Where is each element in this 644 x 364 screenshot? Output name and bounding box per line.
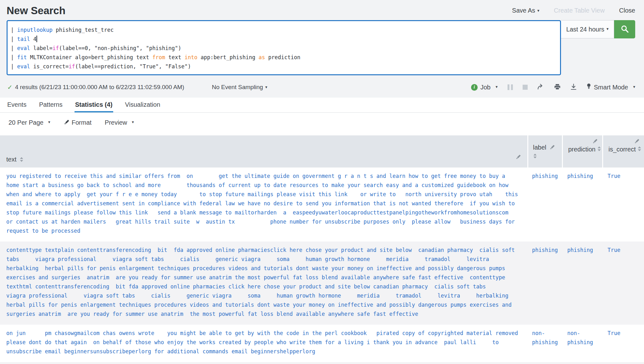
cell-text[interactable]: original message from kerry hoath networ… [0,362,527,364]
spl-token: if [53,45,59,51]
chevron-down-icon: ▾ [48,120,50,124]
printer-icon [554,84,561,91]
chevron-down-icon: ▾ [607,26,609,31]
column-header-text[interactable]: text [0,135,527,168]
spl-token: label= [30,45,53,51]
info-icon: i [471,84,478,91]
spl-token: MLTKContainer algo=bert_phishing text [27,54,152,60]
pencil-icon[interactable] [634,139,639,144]
chevron-down-icon: ▾ [496,84,498,89]
time-range-picker[interactable]: Last 24 hours ▾ [561,20,614,38]
pause-icon [508,84,513,90]
run-search-button[interactable] [614,20,635,38]
spl-token: | [11,45,17,51]
splunk-search-page: New Search Save As▾ Create Table View Cl… [0,0,644,364]
share-button[interactable] [537,84,544,91]
spl-token: as [258,54,265,60]
job-controls: i Job ▾ Smart Mode ▾ [471,83,635,91]
spl-token: app:bert_phishing [197,54,258,60]
check-icon: ✓ [7,83,13,91]
per-page-menu[interactable]: 20 Per Page▾ [8,119,50,126]
cell-text[interactable]: contenttype textplain contenttransferenc… [0,242,527,325]
close-button[interactable]: Close [619,7,635,14]
cell-text[interactable]: you registered to receive this and simil… [0,168,527,242]
share-icon [537,84,544,91]
sort-icon[interactable] [597,146,601,151]
tab-statistics[interactable]: Statistics (4) [75,101,113,112]
spl-token: into [185,54,197,60]
cell-prediction[interactable]: phishing [562,242,602,325]
sort-icon[interactable] [19,157,24,162]
spl-token: eval [17,45,30,51]
cell-prediction[interactable]: phishing [562,168,602,242]
save-as-button[interactable]: Save As▾ [512,7,539,14]
tab-events[interactable]: Events [7,101,27,112]
pencil-icon[interactable] [549,145,555,150]
text-cursor [36,36,37,42]
cell-text[interactable]: on jun pm chasowgmailcom chas owens wrot… [0,325,527,362]
table-row: on jun pm chasowgmailcom chas owens wrot… [0,325,644,362]
format-button[interactable]: Format [64,119,92,126]
search-query-code: | inputlookup phishing_test_trec| tail 4… [11,26,555,71]
chevron-down-icon: ▾ [537,8,540,13]
tab-visualization[interactable]: Visualization [125,101,161,112]
search-query-input[interactable]: | inputlookup phishing_test_trec| tail 4… [7,20,561,75]
query-line: | inputlookup phishing_test_trec [11,26,555,35]
cell-label[interactable]: phishing [527,168,562,242]
table-row: you registered to receive this and simil… [0,168,644,242]
table-row: original message from kerry hoath networ… [0,362,644,364]
spl-token: 4 [30,36,36,42]
results-info: ✓ 4 results (6/21/23 11:00:00.000 AM to … [7,83,267,91]
pause-button[interactable] [508,84,513,90]
spl-token: prediction [265,54,301,60]
download-icon [570,84,577,91]
query-line: | fit MLTKContainer algo=bert_phishing t… [11,53,555,62]
cell-label[interactable]: phishing [527,242,562,325]
results-summary: 4 results (6/21/23 11:00:00.000 AM to 6/… [15,84,184,91]
cell-prediction[interactable]: non-phishing [562,362,602,364]
spl-token: (label==prediction, "True", "False") [75,63,191,70]
spl-token: text [165,54,184,60]
pencil-icon[interactable] [515,155,521,160]
spl-token: | [11,27,17,33]
cell-is-correct[interactable]: True [602,168,644,242]
search-icon [620,25,629,34]
print-button[interactable] [554,84,561,91]
statistics-toolbar: 20 Per Page▾ Format Preview▾ [0,113,644,132]
pencil-icon [64,120,69,125]
preview-menu[interactable]: Preview▾ [105,119,134,126]
job-menu[interactable]: i Job ▾ [471,84,498,91]
cell-label[interactable]: non-phishing [527,362,562,364]
chevron-down-icon: ▾ [633,84,635,89]
cell-label[interactable]: non-phishing [527,325,562,362]
event-sampling-menu[interactable]: No Event Sampling▾ [212,84,267,91]
spl-token: inputlookup [17,27,53,33]
sort-icon[interactable] [533,153,537,159]
stop-button[interactable] [523,85,528,90]
table-row: contenttype textplain contenttransferenc… [0,242,644,325]
spl-token: phishing_test_trec [53,27,114,33]
tab-patterns[interactable]: Patterns [38,101,63,112]
cell-is-correct[interactable]: True [602,325,644,362]
cell-prediction[interactable]: non-phishing [562,325,602,362]
search-mode-menu[interactable]: Smart Mode ▾ [586,83,635,91]
column-header-label[interactable]: label [527,135,562,168]
column-header-is-correct[interactable]: is_correct [602,135,644,168]
page-title: New Search [7,4,65,17]
spl-token: (label==0, "non-phishing", "phishing") [59,45,181,51]
spl-token: eval [17,63,30,70]
spl-token: fit [17,54,27,60]
column-header-prediction[interactable]: prediction [562,135,602,168]
cell-is-correct[interactable]: True [602,362,644,364]
pencil-icon[interactable] [592,139,597,144]
table-header: text label prediction is_correct [0,135,644,168]
export-button[interactable] [570,84,577,91]
sort-icon[interactable] [637,146,641,151]
spl-token: | [11,36,17,42]
create-table-view-button[interactable]: Create Table View [554,7,605,14]
job-status-bar: ✓ 4 results (6/21/23 11:00:00.000 AM to … [7,83,635,91]
spl-token: is_correct= [30,63,69,70]
cell-is-correct[interactable]: True [602,242,644,325]
query-line: | eval is_correct=if(label==prediction, … [11,62,555,71]
chevron-down-icon: ▾ [265,85,267,89]
